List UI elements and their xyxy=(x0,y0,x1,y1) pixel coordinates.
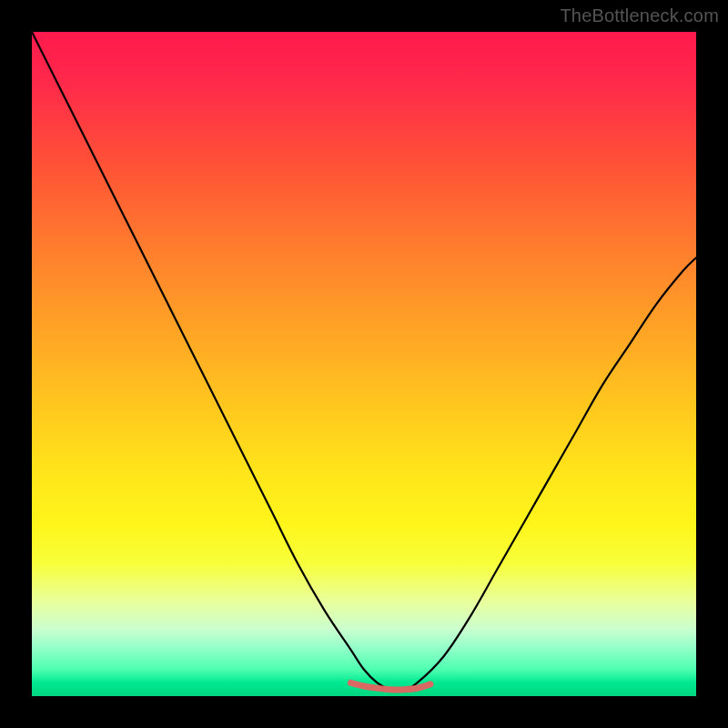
watermark-text: TheBottleneck.com xyxy=(560,5,719,26)
curve-layer xyxy=(32,32,696,696)
gradient-plot-area xyxy=(32,32,696,696)
chart-frame: TheBottleneck.com xyxy=(0,0,728,728)
bottleneck-curve-path xyxy=(32,32,696,691)
optimal-flat-region-path xyxy=(350,682,430,689)
